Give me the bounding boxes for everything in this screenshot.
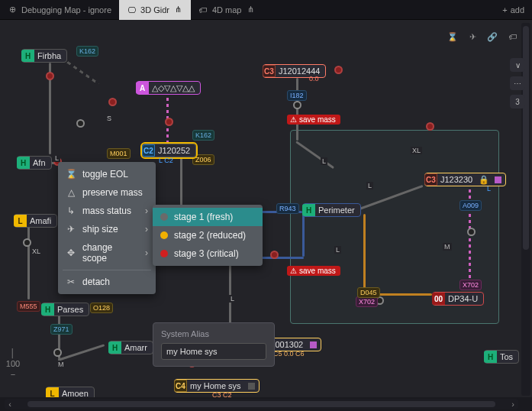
zoom-out-button[interactable]: − [5, 368, 21, 380]
menu-icon: ✈ [66, 224, 76, 235]
signature-badge[interactable]: R943 [276, 203, 299, 214]
node-label: J120252 [158, 146, 192, 155]
count-badge[interactable]: 3 [510, 95, 525, 108]
class-badge: H [21, 50, 34, 62]
tags-icon[interactable]: 🏷 [505, 29, 520, 44]
node-subline: C5 0.0 C6 [273, 350, 305, 358]
connection-dot [334, 66, 343, 74]
node-subline: L [487, 185, 491, 193]
node-tos[interactable]: HTos [484, 350, 519, 364]
connection-dot [426, 122, 434, 131]
submenu-item[interactable]: stage 2 (reduced) [153, 226, 263, 244]
menu-icon: ↳ [66, 206, 76, 216]
scroll-left-icon[interactable]: ‹ [5, 400, 15, 409]
signature-badge[interactable]: I182 [287, 90, 307, 101]
signature-badge[interactable]: D045 [357, 287, 380, 298]
map-canvas[interactable]: ⌛ ✈ 🔗 🏷 ∨ ⋯ 3 SLXLLMLLLXLML K162M001K162… [0, 20, 532, 397]
alias-input[interactable] [161, 343, 266, 360]
side-column: ∨ ⋯ 3 [509, 58, 526, 108]
globe-icon: ⊕ [8, 5, 17, 15]
menu-item[interactable]: ✥change scope› [58, 238, 156, 267]
node-anomaly[interactable]: A△◇▽△▽△△ [136, 81, 201, 95]
zoom-control: │ 100 − [5, 347, 21, 380]
warning-pill[interactable]: save mass [287, 266, 340, 276]
signature-badge[interactable]: X702 [356, 296, 378, 307]
plane-icon[interactable]: ✈ [465, 29, 480, 44]
signature-badge[interactable]: A009 [459, 200, 482, 211]
class-badge: A [136, 82, 149, 94]
menu-detach[interactable]: ✂ detach [58, 273, 156, 291]
share-icon: ⋔ [174, 5, 183, 15]
tag-icon: 🏷 [198, 5, 208, 15]
node-afn[interactable]: HAfn [17, 156, 52, 170]
context-submenu: stage 1 (fresh)stage 2 (reduced)stage 3 … [153, 205, 263, 266]
edge-label: L [53, 154, 60, 162]
class-badge: 00 [432, 293, 445, 305]
menu-item[interactable]: ⌛toggle EOL [58, 165, 156, 183]
class-badge: C4 [174, 380, 187, 392]
node-j120252[interactable]: C2J120252 [142, 144, 196, 157]
menu-item[interactable]: ↳mass status› [58, 202, 156, 220]
expand-button[interactable]: ∨ [510, 58, 525, 72]
node-label: Amarr [124, 343, 149, 352]
node-j123230[interactable]: C3J123230🔒 [424, 173, 506, 186]
edge-label: L [334, 246, 341, 254]
share-icon: ⋔ [246, 5, 255, 15]
hourglass-icon[interactable]: ⌛ [445, 29, 460, 44]
tab-bar: ⊕ Debugging Map - ignore 🖵 3D Gidr ⋔ 🏷 4… [0, 0, 532, 20]
edge-label: XL [31, 248, 42, 255]
tab-3d-gidr[interactable]: 🖵 3D Gidr ⋔ [119, 0, 191, 20]
signature-badge[interactable]: O128 [90, 303, 113, 313]
class-badge: H [302, 204, 315, 216]
menu-label: mass status [82, 206, 131, 216]
link-icon[interactable]: 🔗 [485, 29, 500, 44]
tab-debugging[interactable]: ⊕ Debugging Map - ignore [0, 0, 119, 20]
connection-dot [46, 72, 54, 80]
node-amafi[interactable]: LAmafi [14, 214, 57, 228]
menu-icon: ⌛ [66, 169, 76, 180]
node-dp34u[interactable]: 00DP34-U [432, 292, 484, 306]
add-tab-button[interactable]: + add [495, 5, 532, 15]
add-label: add [511, 5, 524, 15]
signature-badge[interactable]: M001 [107, 148, 131, 159]
class-badge: L [14, 215, 27, 227]
menu-item[interactable]: △preserve mass [58, 183, 156, 202]
menu-label: preserve mass [82, 187, 143, 198]
node-label: Afn [33, 158, 47, 167]
menu-icon: △ [66, 187, 76, 198]
node-firbha[interactable]: HFirbha [21, 49, 67, 63]
signature-badge[interactable]: Z971 [50, 324, 73, 335]
submenu-item[interactable]: stage 1 (fresh) [153, 208, 263, 226]
node-parses[interactable]: HParses [41, 303, 89, 316]
connection-dot [108, 98, 117, 106]
scroll-right-icon[interactable]: › [508, 400, 518, 409]
tab-label: 4D map [212, 5, 242, 15]
signature-badge[interactable]: K162 [76, 46, 98, 57]
submenu-item[interactable]: stage 3 (critical) [153, 244, 263, 263]
node-amoen[interactable]: LAmoen [46, 387, 95, 397]
edge-label: M [56, 361, 66, 368]
menu-label: stage 3 (critical) [174, 248, 239, 259]
node-perimeter[interactable]: HPerimeter [302, 203, 361, 217]
class-badge: C3 [263, 65, 276, 77]
node-amarr[interactable]: HAmarr [108, 341, 153, 354]
node-label: Parses [57, 305, 85, 314]
signature-badge[interactable]: M555 [17, 301, 40, 312]
warning-pill[interactable]: save mass [287, 115, 340, 125]
menu-icon: ✥ [66, 248, 76, 258]
tab-label: Debugging Map - ignore [21, 5, 111, 15]
menu-label: detach [82, 277, 110, 287]
edge-label: XL [411, 147, 422, 154]
menu-label: stage 2 (reduced) [174, 230, 246, 241]
class-badge: H [108, 341, 121, 354]
zoom-bar[interactable]: │ [5, 347, 21, 359]
tab-4d-map[interactable]: 🏷 4D map ⋔ [191, 0, 263, 20]
signature-badge[interactable]: K162 [192, 130, 214, 141]
horizontal-scrollbar[interactable]: ‹ › [5, 399, 518, 409]
signature-badge[interactable]: X702 [459, 280, 482, 290]
connection-dot [270, 251, 279, 259]
lock-icon: 🔒 [479, 175, 489, 185]
more-button[interactable]: ⋯ [510, 76, 525, 90]
menu-label: change scope [82, 242, 139, 264]
menu-item[interactable]: ✈ship size› [58, 220, 156, 238]
